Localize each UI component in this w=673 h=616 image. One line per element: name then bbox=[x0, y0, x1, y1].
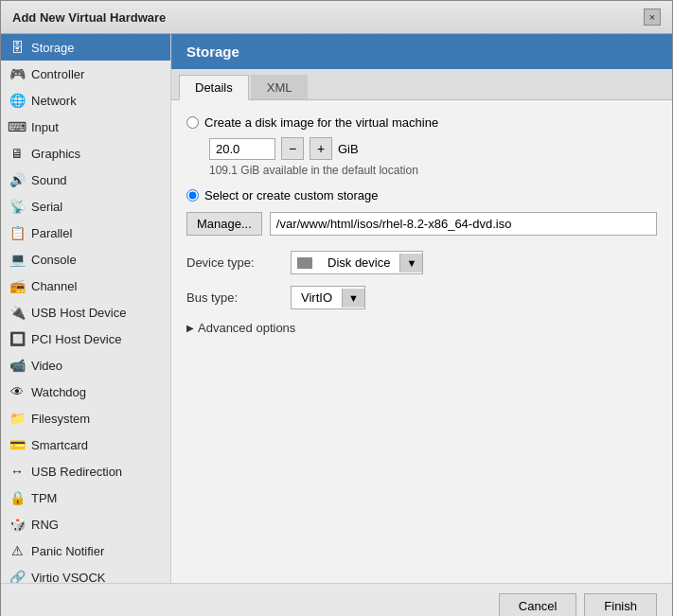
sidebar-label-network: Network bbox=[31, 94, 77, 108]
parallel-icon: 📋 bbox=[9, 224, 26, 241]
virtio-vsock-icon: 🔗 bbox=[9, 569, 26, 583]
sidebar-item-channel[interactable]: 📻 Channel bbox=[1, 273, 170, 299]
storage-icon: 🗄 bbox=[9, 39, 26, 56]
title-bar: Add New Virtual Hardware × bbox=[1, 1, 672, 34]
sidebar-label-smartcard: Smartcard bbox=[31, 438, 88, 452]
advanced-options-row[interactable]: ▶ Advanced options bbox=[186, 321, 657, 335]
sidebar-item-controller[interactable]: 🎮 Controller bbox=[1, 61, 170, 87]
content-body: Create a disk image for the virtual mach… bbox=[171, 100, 672, 583]
serial-icon: 📡 bbox=[9, 198, 26, 215]
sidebar-item-watchdog[interactable]: 👁 Watchdog bbox=[1, 378, 170, 405]
bus-type-arrow: ▼ bbox=[342, 289, 364, 308]
content-header: Storage bbox=[171, 34, 672, 69]
controller-icon: 🎮 bbox=[9, 65, 26, 82]
radio-custom-label: Select or create custom storage bbox=[204, 188, 379, 202]
sidebar-label-usb-host-device: USB Host Device bbox=[31, 306, 126, 320]
radio-disk-image[interactable] bbox=[186, 116, 199, 129]
sidebar-label-input: Input bbox=[31, 120, 59, 134]
device-type-value: Disk device bbox=[318, 252, 399, 273]
device-type-arrow: ▼ bbox=[399, 254, 422, 273]
available-text: 109.1 GiB available in the default locat… bbox=[209, 164, 657, 177]
sidebar-item-sound[interactable]: 🔊 Sound bbox=[1, 167, 170, 193]
sidebar-label-filesystem: Filesystem bbox=[31, 412, 90, 426]
dialog-body: 🗄 Storage 🎮 Controller 🌐 Network ⌨ Input… bbox=[1, 34, 672, 583]
panic-notifier-icon: ⚠ bbox=[9, 542, 26, 559]
dialog: Add New Virtual Hardware × 🗄 Storage 🎮 C… bbox=[0, 0, 673, 616]
sidebar-label-rng: RNG bbox=[31, 518, 59, 532]
sidebar-label-serial: Serial bbox=[31, 200, 62, 214]
bus-type-row: Bus type: VirtIO ▼ bbox=[186, 286, 657, 309]
advanced-label: Advanced options bbox=[198, 321, 295, 335]
sidebar-label-watchdog: Watchdog bbox=[31, 385, 86, 399]
sidebar-item-network[interactable]: 🌐 Network bbox=[1, 87, 170, 114]
bus-type-dropdown[interactable]: VirtIO ▼ bbox=[291, 286, 365, 309]
disk-size-unit: GiB bbox=[338, 142, 359, 156]
expand-icon: ▶ bbox=[186, 323, 194, 333]
bus-type-label: Bus type: bbox=[186, 290, 281, 305]
tab-bar: DetailsXML bbox=[171, 69, 672, 100]
sidebar-label-storage: Storage bbox=[31, 41, 75, 55]
sidebar-item-serial[interactable]: 📡 Serial bbox=[1, 193, 170, 220]
channel-icon: 📻 bbox=[9, 277, 26, 294]
sidebar-item-graphics[interactable]: 🖥 Graphics bbox=[1, 140, 170, 167]
tpm-icon: 🔒 bbox=[9, 489, 26, 506]
sidebar-item-console[interactable]: 💻 Console bbox=[1, 246, 170, 273]
increase-size-btn[interactable]: + bbox=[310, 137, 332, 160]
radio-custom-storage[interactable] bbox=[186, 189, 199, 202]
manage-button[interactable]: Manage... bbox=[186, 212, 262, 236]
sidebar-label-tpm: TPM bbox=[31, 491, 57, 505]
watchdog-icon: 👁 bbox=[9, 383, 26, 400]
dialog-title: Add New Virtual Hardware bbox=[12, 10, 166, 25]
device-type-label: Device type: bbox=[186, 255, 281, 270]
sidebar-item-input[interactable]: ⌨ Input bbox=[1, 114, 170, 140]
tab-details[interactable]: Details bbox=[179, 75, 249, 100]
device-type-dropdown[interactable]: Disk device ▼ bbox=[291, 251, 423, 274]
decrease-size-btn[interactable]: − bbox=[281, 137, 304, 160]
storage-path-row: Manage... bbox=[186, 212, 657, 236]
sidebar-item-filesystem[interactable]: 📁 Filesystem bbox=[1, 405, 170, 431]
sidebar-item-storage[interactable]: 🗄 Storage bbox=[1, 34, 170, 61]
sidebar-item-rng[interactable]: 🎲 RNG bbox=[1, 511, 170, 537]
sidebar-label-virtio-vsock: Virtio VSOCK bbox=[31, 571, 106, 584]
pci-host-device-icon: 🔲 bbox=[9, 330, 26, 347]
disk-size-input[interactable] bbox=[209, 138, 275, 160]
disk-size-row: − + GiB bbox=[209, 137, 657, 160]
finish-button[interactable]: Finish bbox=[584, 593, 657, 616]
sidebar-item-usb-redirection[interactable]: ↔ USB Redirection bbox=[1, 458, 170, 484]
sidebar-item-video[interactable]: 📹 Video bbox=[1, 352, 170, 378]
sidebar-label-panic-notifier: Panic Notifier bbox=[31, 544, 104, 558]
disk-device-icon bbox=[297, 257, 312, 269]
console-icon: 💻 bbox=[9, 251, 26, 268]
sidebar-label-channel: Channel bbox=[31, 279, 77, 293]
sidebar-label-sound: Sound bbox=[31, 173, 67, 187]
tab-xml[interactable]: XML bbox=[251, 75, 309, 99]
close-button[interactable]: × bbox=[644, 9, 661, 26]
graphics-icon: 🖥 bbox=[9, 145, 26, 162]
sidebar-label-pci-host-device: PCI Host Device bbox=[31, 332, 121, 346]
radio-disk-label: Create a disk image for the virtual mach… bbox=[204, 115, 438, 130]
sidebar-item-panic-notifier[interactable]: ⚠ Panic Notifier bbox=[1, 537, 170, 564]
storage-path-input[interactable] bbox=[270, 212, 657, 236]
custom-storage-row: Select or create custom storage bbox=[186, 188, 657, 202]
sidebar-label-console: Console bbox=[31, 253, 77, 267]
sidebar-label-video: Video bbox=[31, 359, 62, 373]
sidebar-label-usb-redirection: USB Redirection bbox=[31, 465, 122, 479]
smartcard-icon: 💳 bbox=[9, 436, 26, 453]
sidebar-item-smartcard[interactable]: 💳 Smartcard bbox=[1, 431, 170, 458]
sidebar-item-pci-host-device[interactable]: 🔲 PCI Host Device bbox=[1, 326, 170, 352]
input-icon: ⌨ bbox=[9, 118, 26, 135]
sidebar-item-usb-host-device[interactable]: 🔌 USB Host Device bbox=[1, 299, 170, 326]
network-icon: 🌐 bbox=[9, 92, 26, 109]
sidebar-label-parallel: Parallel bbox=[31, 226, 72, 240]
sidebar-label-graphics: Graphics bbox=[31, 147, 80, 161]
sidebar-item-virtio-vsock[interactable]: 🔗 Virtio VSOCK bbox=[1, 564, 170, 583]
device-type-row: Device type: Disk device ▼ bbox=[186, 251, 657, 274]
radio-disk-image-row: Create a disk image for the virtual mach… bbox=[186, 115, 657, 130]
cancel-button[interactable]: Cancel bbox=[499, 593, 576, 616]
usb-redirection-icon: ↔ bbox=[9, 463, 26, 480]
filesystem-icon: 📁 bbox=[9, 410, 26, 427]
sidebar-item-parallel[interactable]: 📋 Parallel bbox=[1, 220, 170, 246]
video-icon: 📹 bbox=[9, 357, 26, 374]
sidebar-item-tpm[interactable]: 🔒 TPM bbox=[1, 484, 170, 511]
content-area: Storage DetailsXML Create a disk image f… bbox=[171, 34, 672, 583]
